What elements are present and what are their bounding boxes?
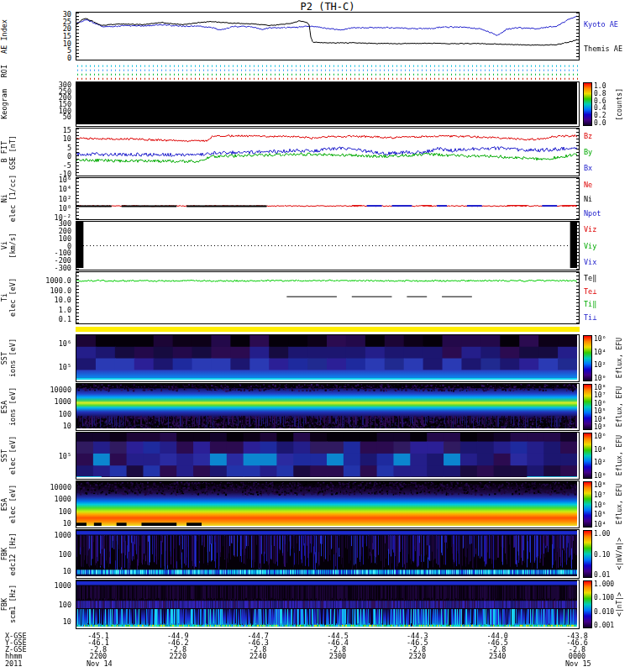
- ae-yticks: 302520151050: [29, 12, 74, 60]
- tick-label: 100: [59, 550, 71, 559]
- colorbar-tick-label: 10⁸: [594, 384, 606, 391]
- axis-label-line: Vi: [0, 241, 8, 249]
- bfit-yticks: 151050-5-10: [29, 128, 74, 176]
- vi-canvas: [76, 222, 577, 268]
- axis-label-line: SST: [0, 352, 8, 365]
- keogram-yticks: 30025020015010050: [29, 81, 74, 127]
- esa-electrons-colorbar: [583, 481, 592, 528]
- temperature-plot: [76, 271, 580, 324]
- colorbar-tick-label: 10⁰: [594, 472, 606, 480]
- temperature-yticks: 1000.0100.010.01.00.1: [29, 271, 74, 324]
- colorbar-tick-label: 0.01: [594, 571, 610, 579]
- themis-summary-plot: P2 (TH-C) AE Index 302520151050 Kyoto AE…: [0, 0, 630, 672]
- tick-label: 100: [59, 410, 71, 418]
- series-label: Viz: [584, 225, 596, 234]
- fbk-efield-ylabel: FBKedc12 [Hz]: [0, 529, 29, 579]
- keogram-ylabel: Keogram: [0, 81, 29, 127]
- esa-electrons-colorbar-ticks: 10⁸10⁷10⁶10⁵10⁴: [594, 480, 616, 528]
- colorbar-tick-label: 10⁴: [594, 415, 606, 423]
- series-label: By: [584, 148, 592, 156]
- sst-electrons-colorbar: [583, 433, 592, 479]
- tick-label: 10: [63, 567, 71, 575]
- velocity-series-labels: VizViyVix: [584, 221, 630, 270]
- tick-label: 10: [63, 134, 71, 143]
- axis-tick-value: 2240: [249, 652, 266, 660]
- panel-fbk-efield: FBKedc12 [Hz] 100010010 1.000.100.01 <|m…: [0, 529, 630, 579]
- colorbar-tick-label: 10⁰: [594, 375, 606, 382]
- temperature-series-labels: Te‖Te⊥Ti‖Ti⊥: [584, 271, 630, 324]
- colorbar-tick-label: 10⁵: [594, 511, 606, 518]
- axis-tick-value: 2300: [329, 652, 346, 660]
- ni-canvas: [76, 178, 577, 218]
- tick-label: 1000: [55, 397, 71, 406]
- panel-ae-index: AE Index 302520151050 Kyoto AEThemis AE: [0, 12, 630, 60]
- panel-sst-electrons: SSTelec [eV] 10⁵ 10⁶10⁴10²10⁰ Eflux, EFU: [0, 432, 630, 480]
- colorbar-tick-label: 10⁸: [594, 481, 606, 489]
- roi-ylabel: ROI: [0, 61, 29, 81]
- density-yticks: 10⁶10⁴10²10⁰10⁻²: [29, 177, 74, 220]
- tick-label: 100: [59, 507, 71, 516]
- colorbar-tick-label: 10⁷: [594, 391, 606, 399]
- sst-ions-colorbar-ticks: 10⁶10⁴10²10⁰: [594, 334, 616, 382]
- fbk-efield-colorbar: [583, 530, 592, 578]
- panel-flag-bar: [0, 326, 630, 333]
- series-label: Bz: [584, 132, 592, 140]
- bfit-series-labels: BzByBx: [584, 128, 630, 176]
- colorbar-tick-label: 10⁶: [594, 399, 606, 407]
- colorbar-tick-label: 0.6: [594, 97, 606, 104]
- esa-ions-colorbar-unit: Eflux, EFU: [616, 383, 629, 431]
- axis-label-line: GSE [nT]: [8, 135, 17, 170]
- bfit-plot: [76, 128, 580, 176]
- bfit-canvas: [76, 129, 577, 174]
- esa-ions-yticks: 10000100010010: [29, 383, 74, 431]
- tick-label: 100: [59, 601, 71, 609]
- colorbar-tick-label: 1.0: [594, 82, 606, 90]
- tick-label: 1.0: [59, 306, 71, 314]
- fbk-efield-yticks: 100010010: [29, 529, 74, 579]
- colorbar-tick-label: 0.010: [594, 607, 614, 615]
- panel-temperature: Tielec [eV] 1000.0100.010.01.00.1 Te‖Te⊥…: [0, 271, 630, 324]
- tick-label: 100.0: [50, 286, 71, 295]
- tick-label: 10²: [59, 195, 71, 203]
- fbk_b-canvas: [76, 580, 577, 627]
- esa-ions-spectrogram: [76, 383, 580, 431]
- sst-ions-colorbar-unit: Eflux, EFU: [616, 334, 629, 382]
- sst_e-canvas: [76, 433, 577, 477]
- colorbar-tick-label: 0.100: [594, 594, 614, 601]
- axis-label-line: scm1 [Hz]: [8, 585, 17, 623]
- density-plot: [76, 177, 580, 220]
- temperature-ylabel: Tielec [eV]: [0, 271, 29, 324]
- tick-label: 10⁰: [59, 204, 71, 213]
- colorbar-tick-label: 10⁴: [594, 348, 606, 355]
- colorbar-tick-label: 10⁵: [594, 407, 606, 415]
- tick-label: 10000: [50, 483, 71, 491]
- sst_i-canvas: [76, 335, 577, 380]
- series-label: Vix: [584, 258, 596, 266]
- series-label: Viy: [584, 242, 596, 250]
- colorbar-tick-label: 10⁴: [594, 521, 606, 528]
- sst-ions-colorbar: [583, 335, 592, 381]
- axis-label-line: ESA: [0, 401, 8, 413]
- fbk-bfield-yticks: 100010010: [29, 580, 74, 629]
- density-series-labels: NeNiNpot: [584, 177, 630, 220]
- series-label: Npot: [584, 209, 601, 218]
- axis-label-line: edc12 [Hz]: [8, 533, 17, 575]
- axis-label-line: [km/s]: [8, 233, 17, 259]
- series-label: Ti‖: [584, 300, 596, 308]
- colorbar-tick-label: 1.000: [594, 580, 614, 588]
- series-label: Themis AE: [584, 45, 622, 53]
- fbk-bfield-colorbar-ticks: 1.0000.1000.0100.001: [594, 580, 616, 629]
- axis-label-line: AE Index: [0, 19, 8, 54]
- tick-label: 10⁶: [59, 339, 71, 348]
- colorbar-tick-label: 10⁶: [594, 335, 606, 343]
- panel-velocity: Vi[km/s] 3002001000-100-200-300 VizViyVi…: [0, 221, 630, 270]
- esa-ions-colorbar-ticks: 10⁸10⁷10⁶10⁵10⁴10³: [594, 383, 616, 431]
- ae-plot: [76, 12, 580, 60]
- axis-label-line: ROI: [0, 65, 8, 77]
- date-start-label: Nov 14: [87, 659, 113, 668]
- sst-electrons-yticks: 10⁵: [29, 432, 74, 480]
- tick-label: 10⁶: [59, 176, 71, 184]
- esa-ions-colorbar: [583, 384, 592, 430]
- axis-tick-value: 2220: [170, 652, 186, 660]
- axis-label-line: SST: [0, 449, 8, 462]
